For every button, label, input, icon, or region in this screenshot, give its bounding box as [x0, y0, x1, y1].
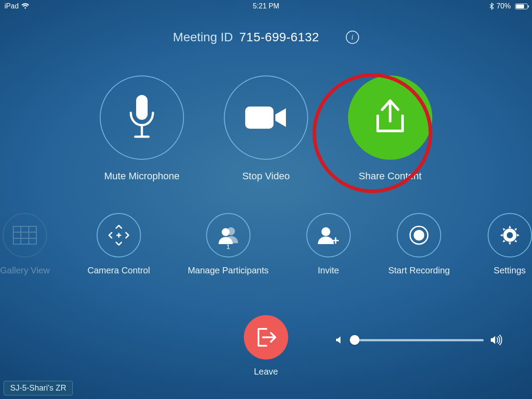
- exit-icon: [254, 326, 278, 348]
- microphone-icon: [126, 93, 157, 142]
- volume-control[interactable]: [335, 335, 502, 345]
- bluetooth-icon: [489, 3, 494, 10]
- start-recording-label: Start Recording: [388, 265, 450, 276]
- participants-count: 1: [226, 243, 230, 250]
- settings-button[interactable]: Settings: [488, 213, 532, 276]
- camera-control-label: Camera Control: [87, 265, 150, 276]
- battery-icon: [513, 4, 528, 9]
- svg-point-12: [222, 228, 230, 236]
- share-content-label: Share Content: [359, 170, 422, 182]
- volume-slider-thumb[interactable]: [350, 335, 360, 345]
- camera-control-button[interactable]: Camera Control: [87, 213, 150, 276]
- mute-label: Mute Microphone: [104, 170, 180, 182]
- primary-actions: Mute Microphone Stop Video Share Content: [0, 75, 532, 182]
- wifi-icon: [21, 3, 29, 9]
- leave-button[interactable]: Leave: [244, 315, 288, 377]
- volume-slider-track[interactable]: [351, 339, 484, 341]
- meeting-header: Meeting ID 715-699-6132 i: [0, 30, 532, 44]
- stop-video-label: Stop Video: [242, 170, 289, 182]
- share-icon: [368, 95, 412, 140]
- gallery-view-button: Gallery View: [0, 213, 50, 276]
- svg-rect-3: [245, 107, 274, 129]
- svg-rect-4: [13, 226, 36, 244]
- stop-video-button[interactable]: Stop Video: [224, 75, 308, 182]
- info-icon[interactable]: i: [346, 31, 359, 44]
- svg-point-19: [507, 232, 513, 238]
- room-name-tag: SJ-5-Shari's ZR: [4, 381, 73, 395]
- start-recording-button[interactable]: Start Recording: [388, 213, 450, 276]
- share-content-button[interactable]: Share Content: [348, 75, 432, 182]
- gallery-view-label: Gallery View: [0, 265, 50, 276]
- status-bar: iPad 5:21 PM 70%: [0, 0, 532, 12]
- clock: 5:21 PM: [253, 2, 279, 10]
- volume-high-icon: [490, 335, 502, 345]
- manage-participants-label: Manage Participants: [188, 265, 268, 276]
- meeting-id-label: Meeting ID: [173, 30, 233, 44]
- battery-percent: 70%: [497, 2, 511, 10]
- pan-icon: [106, 222, 132, 249]
- svg-point-17: [414, 230, 424, 241]
- participants-icon: [216, 225, 241, 245]
- gear-icon: [499, 224, 521, 246]
- meeting-id-value: 715-699-6132: [239, 30, 319, 44]
- leave-label: Leave: [254, 367, 278, 377]
- secondary-actions: Gallery View Camera Control: [0, 213, 532, 276]
- invite-button[interactable]: Invite: [306, 213, 351, 276]
- svg-rect-0: [136, 95, 148, 120]
- record-icon: [408, 224, 430, 246]
- manage-participants-button[interactable]: 1 Manage Participants: [188, 213, 268, 276]
- device-name: iPad: [4, 2, 19, 10]
- mute-microphone-button[interactable]: Mute Microphone: [100, 75, 184, 182]
- invite-icon: [316, 225, 341, 245]
- volume-low-icon: [335, 335, 344, 345]
- video-camera-icon: [242, 102, 290, 133]
- invite-label: Invite: [318, 265, 339, 276]
- grid-icon: [13, 226, 37, 245]
- svg-point-13: [321, 227, 330, 236]
- settings-label: Settings: [494, 265, 526, 276]
